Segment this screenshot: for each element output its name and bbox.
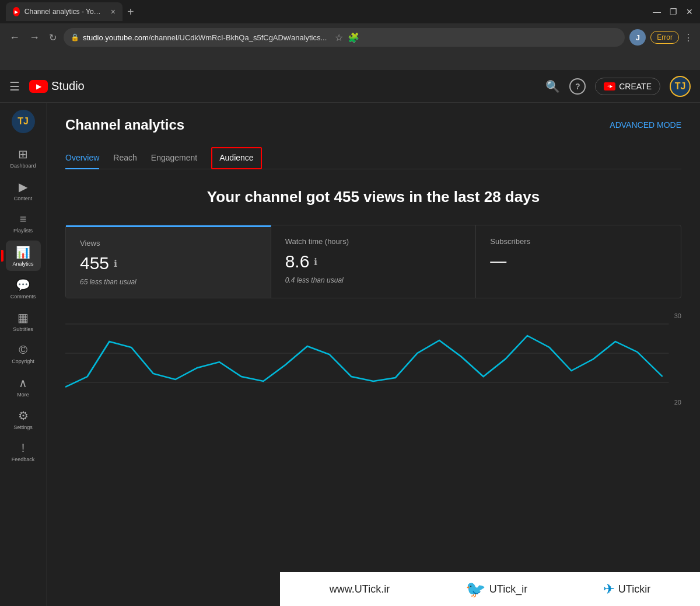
- sidebar-item-feedback[interactable]: ! Feedback: [6, 437, 41, 467]
- page-header: Channel analytics ADVANCED MODE: [65, 117, 681, 133]
- sidebar-item-analytics[interactable]: 📊 Analytics: [6, 241, 41, 271]
- sidebar-label-playlists: Playlists: [13, 228, 33, 234]
- top-navigation: ☰ Studio 🔍 ? CREATE TJ: [0, 70, 700, 103]
- sidebar-item-content[interactable]: ▶ Content: [6, 175, 41, 206]
- browser-menu-button[interactable]: ⋮: [684, 32, 693, 43]
- bookmark-icon[interactable]: ☆: [335, 32, 343, 43]
- browser-profile-button[interactable]: J: [629, 29, 646, 46]
- more-icon: ∧: [19, 376, 27, 390]
- tab-engagement[interactable]: Engagement: [151, 147, 197, 169]
- title-bar: Channel analytics - YouTube Stu... × + —…: [0, 0, 700, 23]
- sidebar-item-copyright[interactable]: © Copyright: [6, 339, 41, 369]
- sidebar-item-more[interactable]: ∧ More: [6, 371, 41, 402]
- url-text: studio.youtube.com/channel/UCdkWmRcI-Bkh…: [83, 33, 327, 42]
- help-button[interactable]: ?: [569, 78, 586, 95]
- analytics-tabs: Overview Reach Engagement Audience: [65, 147, 681, 169]
- sidebar-label-copyright: Copyright: [12, 358, 34, 364]
- maximize-button[interactable]: ❐: [668, 7, 678, 16]
- tab-reach[interactable]: Reach: [113, 147, 136, 169]
- youtube-icon: [29, 80, 48, 93]
- create-label: CREATE: [619, 82, 652, 91]
- tab-audience[interactable]: Audience: [211, 147, 261, 169]
- tab-overview[interactable]: Overview: [65, 147, 99, 169]
- extensions-icon[interactable]: 🧩: [348, 32, 359, 43]
- views-number: 455: [80, 253, 109, 273]
- new-tab-button[interactable]: +: [127, 5, 134, 19]
- active-tab[interactable]: Channel analytics - YouTube Stu... ×: [6, 2, 123, 21]
- search-icon[interactable]: 🔍: [545, 79, 560, 93]
- telegram-icon: ✈: [603, 581, 615, 597]
- sidebar-label-feedback: Feedback: [12, 457, 35, 462]
- tab-title: Channel analytics - YouTube Stu...: [24, 8, 104, 16]
- sidebar-item-dashboard[interactable]: ⊞ Dashboard: [6, 142, 41, 173]
- sidebar-item-settings[interactable]: ⚙ Settings: [6, 404, 41, 434]
- sidebar-label-more: More: [17, 392, 29, 398]
- user-avatar[interactable]: TJ: [670, 76, 691, 97]
- close-button[interactable]: ✕: [685, 7, 694, 16]
- error-button[interactable]: Error: [650, 31, 679, 44]
- window-controls: — ❐ ✕: [652, 7, 694, 16]
- advanced-mode-button[interactable]: ADVANCED MODE: [610, 120, 681, 130]
- sidebar-avatar[interactable]: TJ: [12, 110, 35, 133]
- views-chart: [65, 312, 681, 394]
- browser-actions: J Error ⋮: [629, 29, 693, 46]
- views-info-icon[interactable]: ℹ: [114, 258, 117, 269]
- browser-chrome: Channel analytics - YouTube Stu... × + —…: [0, 0, 700, 70]
- address-bar: ← → ↻ 🔒 studio.youtube.com/channel/UCdkW…: [0, 23, 700, 51]
- sidebar-item-playlists[interactable]: ≡ Playlists: [6, 208, 41, 238]
- metric-card-watchtime[interactable]: Watch time (hours) 8.6 ℹ 0.4 less than u…: [271, 225, 477, 298]
- playlists-icon: ≡: [20, 213, 27, 226]
- tab-area: Channel analytics - YouTube Stu... × +: [6, 0, 134, 23]
- sidebar-label-comments: Comments: [10, 294, 36, 299]
- dashboard-icon: ⊞: [18, 147, 28, 161]
- watchtime-info-icon[interactable]: ℹ: [314, 256, 317, 267]
- url-actions: ☆ 🧩: [335, 32, 359, 43]
- metric-card-subscribers[interactable]: Subscribers —: [476, 225, 681, 298]
- stats-headline: Your channel got 455 views in the last 2…: [65, 188, 681, 206]
- hamburger-menu-button[interactable]: ☰: [9, 79, 20, 93]
- main-layout: TJ ⊞ Dashboard ▶ Content ≡ Playlists 📊 A…: [0, 103, 700, 606]
- nav-actions: 🔍 ? CREATE TJ: [545, 76, 691, 97]
- metric-label-subscribers: Subscribers: [490, 237, 667, 246]
- metric-label-watchtime: Watch time (hours): [285, 237, 462, 246]
- chart-y-30: 30: [674, 312, 681, 319]
- chart-y-20: 20: [674, 399, 681, 406]
- minimize-button[interactable]: —: [652, 7, 662, 16]
- metric-label-views: Views: [80, 239, 257, 248]
- create-button[interactable]: CREATE: [595, 78, 660, 95]
- metric-value-views: 455 ℹ: [80, 253, 257, 273]
- metric-cards: Views 455 ℹ 65 less than usual Watch tim…: [65, 225, 681, 298]
- metric-sub-watchtime: 0.4 less than usual: [285, 276, 462, 284]
- sidebar-label-analytics: Analytics: [12, 261, 33, 267]
- chart-y-labels: 30 20: [674, 312, 681, 406]
- tab-favicon-icon: [13, 7, 20, 16]
- youtube-studio-logo: Studio: [29, 79, 85, 93]
- analytics-icon: 📊: [16, 245, 30, 259]
- back-button[interactable]: ←: [7, 29, 22, 46]
- watermark-bar: www.UTick.ir 🐦 UTick_ir ✈ UTickir: [280, 572, 700, 606]
- sidebar-item-comments[interactable]: 💬 Comments: [6, 273, 41, 304]
- metric-value-subscribers: —: [490, 252, 667, 270]
- forward-button[interactable]: →: [27, 29, 42, 46]
- metric-card-views[interactable]: Views 455 ℹ 65 less than usual: [66, 225, 271, 298]
- copyright-icon: ©: [19, 343, 27, 357]
- youtube-studio-app: ☰ Studio 🔍 ? CREATE TJ TJ ⊞ Dashboard ▶: [0, 70, 700, 606]
- twitter-icon: 🐦: [466, 580, 486, 599]
- settings-icon: ⚙: [18, 409, 29, 423]
- url-domain: studio.youtube.com: [83, 33, 149, 42]
- refresh-button[interactable]: ↻: [47, 30, 59, 46]
- metric-sub-views: 65 less than usual: [80, 278, 257, 286]
- subtitles-icon: ▦: [18, 311, 29, 325]
- tab-close-button[interactable]: ×: [111, 7, 116, 16]
- main-content: Channel analytics ADVANCED MODE Overview…: [47, 103, 700, 606]
- feedback-icon: !: [22, 441, 25, 455]
- sidebar-label-dashboard: Dashboard: [10, 163, 36, 169]
- watermark-twitter: UTick_ir: [489, 583, 527, 595]
- url-bar[interactable]: 🔒 studio.youtube.com/channel/UCdkWmRcI-B…: [64, 28, 625, 47]
- sidebar-label-content: Content: [14, 196, 33, 201]
- content-icon: ▶: [19, 180, 27, 194]
- sidebar-label-settings: Settings: [13, 424, 33, 430]
- page-title: Channel analytics: [65, 117, 184, 133]
- sidebar-item-subtitles[interactable]: ▦ Subtitles: [6, 306, 41, 336]
- watermark-telegram: UTickir: [618, 583, 650, 595]
